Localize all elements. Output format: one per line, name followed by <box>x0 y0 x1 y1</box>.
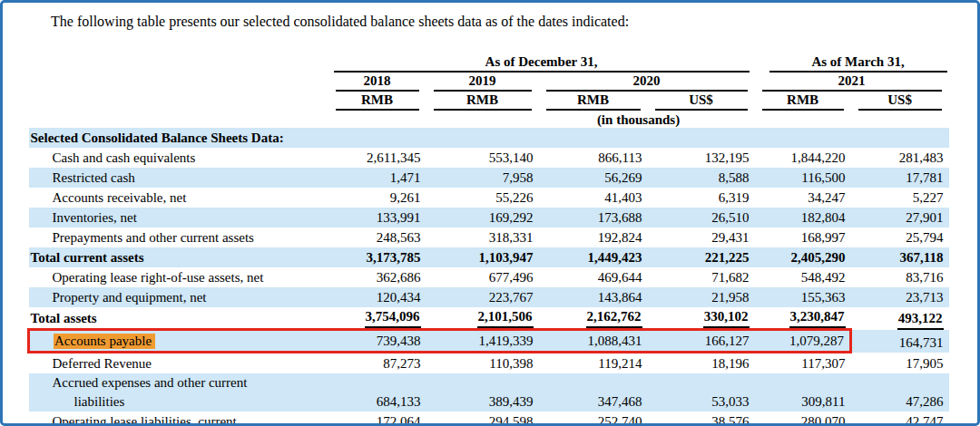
cell-value: 1,103,947 <box>426 247 539 267</box>
table-row: Total current assets3,173,7851,103,9471,… <box>29 247 949 267</box>
cell-value: 280,070 <box>755 411 851 426</box>
cell-value: 34,247 <box>755 188 851 208</box>
cell-value: 119,214 <box>539 353 648 374</box>
underlined-value: 2,162,762 <box>586 307 642 328</box>
row-label: Deferred Revenue <box>29 353 328 374</box>
cell-value: 362,686 <box>328 267 426 287</box>
table-row: Operating lease right-of-use assets, net… <box>29 267 949 287</box>
header-currency-row: RMB RMB RMB US$ RMB US$ <box>29 92 949 111</box>
cell-value: 6,319 <box>648 188 755 208</box>
cell-value: 7,958 <box>426 168 539 188</box>
cell-value: 87,273 <box>328 353 426 374</box>
row-label-line: Accrued expenses and other current <box>53 373 328 392</box>
cell-value: 143,864 <box>539 287 648 307</box>
header-currency: RMB <box>328 92 426 111</box>
cell-value: 166,127 <box>648 330 755 353</box>
row-label: Property and equipment, net <box>29 287 328 307</box>
cell-value: 252,740 <box>539 411 648 426</box>
header-currency: US$ <box>851 92 949 111</box>
header-group-march: As of March 31, <box>755 54 949 73</box>
cell-value: 17,781 <box>851 168 949 188</box>
cell-value: 71,682 <box>648 267 755 287</box>
cell-value: 38,576 <box>648 411 755 426</box>
cell-value: 55,226 <box>426 188 539 208</box>
table-row: Restricted cash1,4717,95856,2698,588116,… <box>29 168 949 188</box>
row-label: Accounts receivable, net <box>29 188 328 208</box>
cell-value: 41,403 <box>539 188 648 208</box>
cell-value: 17,905 <box>851 353 949 374</box>
cell-value: 1,471 <box>328 168 426 188</box>
cell-value: 677,496 <box>426 267 539 287</box>
header-spacer <box>29 54 328 73</box>
table-row: Property and equipment, net120,434223,76… <box>29 287 949 307</box>
cell-value: 117,307 <box>755 353 851 374</box>
cell-value: 110,398 <box>426 353 539 374</box>
cell-value: 309,811 <box>755 373 851 411</box>
cell-value: 27,901 <box>851 208 949 228</box>
cell-value: 389,439 <box>426 373 539 411</box>
cell-value: 182,804 <box>755 208 851 228</box>
header-year-2019: 2019 <box>426 73 539 92</box>
table-row: Operating lease liabilities, current172,… <box>29 411 949 426</box>
cell-value: 26,510 <box>648 208 755 228</box>
cell-value: 2,611,345 <box>328 148 426 168</box>
cell-value: 318,331 <box>426 228 539 247</box>
underlined-value: 3,230,847 <box>789 307 846 328</box>
cell-value: 29,431 <box>648 228 755 247</box>
row-label: Prepayments and other current assets <box>29 228 328 247</box>
cell-value: 168,997 <box>755 228 851 247</box>
row-label-line: liabilities <box>53 392 328 411</box>
cell-value: 469,644 <box>539 267 648 287</box>
cell-value: 1,079,287 <box>755 330 851 353</box>
highlighted-row-accounts-payable: Accounts payable739,4381,419,3391,088,43… <box>29 330 949 353</box>
cell-value: 53,033 <box>648 373 755 411</box>
cell-value: 493,122 <box>851 307 949 330</box>
cell-value: 367,118 <box>851 247 949 267</box>
header-spacer <box>29 92 328 111</box>
table-row: Accrued expenses and other currentliabil… <box>29 373 949 411</box>
cell-value: 553,140 <box>426 148 539 168</box>
cell-value: 25,794 <box>851 228 949 247</box>
table-row: Selected Consolidated Balance Sheets Dat… <box>29 128 949 148</box>
table-row: Deferred Revenue87,273110,398119,21418,1… <box>29 353 949 374</box>
row-label: Cash and cash equivalents <box>29 148 328 168</box>
table-row: Accounts receivable, net9,26155,22641,40… <box>29 188 949 208</box>
cell-value: 3,230,847 <box>755 307 851 330</box>
cell-value: 248,563 <box>328 228 426 247</box>
header-year-2018: 2018 <box>328 73 426 92</box>
header-currency: RMB <box>426 92 539 111</box>
intro-text: The following table presents our selecte… <box>27 12 965 31</box>
table-row: Inventories, net133,991169,292173,68826,… <box>29 208 949 228</box>
cell-value: 347,468 <box>539 373 648 411</box>
cell-value: 9,261 <box>328 188 426 208</box>
cell-value: 164,731 <box>851 330 949 353</box>
cell-value: 1,844,220 <box>755 148 851 168</box>
cell-value: 2,162,762 <box>539 307 648 330</box>
cell-value: 684,133 <box>328 373 426 411</box>
cell-value: 739,438 <box>328 330 426 353</box>
underlined-value: 330,102 <box>703 307 750 328</box>
section-header: Selected Consolidated Balance Sheets Dat… <box>29 128 949 148</box>
cell-value: 1,419,339 <box>426 330 539 353</box>
cell-value: 2,101,506 <box>426 307 539 330</box>
header-group-december: As of December 31, <box>328 54 755 73</box>
row-label: Accounts payable <box>29 330 328 353</box>
row-label: Total current assets <box>29 247 328 267</box>
cell-value: 173,688 <box>539 208 648 228</box>
header-currency: RMB <box>539 92 648 111</box>
row-label: Accrued expenses and other currentliabil… <box>29 373 328 411</box>
cell-value: 221,225 <box>648 247 755 267</box>
underlined-value: 2,101,506 <box>477 307 534 328</box>
cell-value: 47,286 <box>851 373 949 411</box>
row-label: Operating lease liabilities, current <box>29 411 328 426</box>
row-label: Total assets <box>29 307 328 330</box>
table-body: Selected Consolidated Balance Sheets Dat… <box>29 128 949 426</box>
cell-value: 192,824 <box>539 228 648 247</box>
cell-value: 3,754,096 <box>328 307 426 330</box>
cell-value: 155,363 <box>755 287 851 307</box>
row-label: Operating lease right-of-use assets, net <box>29 267 328 287</box>
cell-value: 120,434 <box>328 287 426 307</box>
table-row: Prepayments and other current assets248,… <box>29 228 949 247</box>
highlight-marker: Accounts payable <box>54 334 155 349</box>
underlined-value: 3,754,096 <box>365 307 421 328</box>
